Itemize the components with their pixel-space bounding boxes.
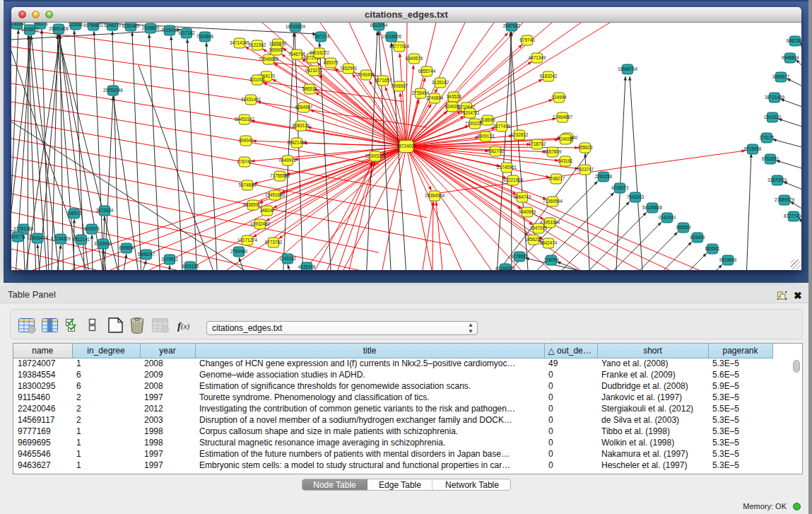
svg-text:0923271: 0923271 bbox=[305, 68, 323, 73]
svg-text:9464743: 9464743 bbox=[514, 194, 531, 199]
svg-text:92221969: 92221969 bbox=[503, 177, 524, 182]
svg-text:5146270: 5146270 bbox=[104, 23, 122, 28]
svg-text:25300273: 25300273 bbox=[365, 153, 386, 158]
svg-text:883561: 883561 bbox=[705, 246, 720, 251]
svg-text:6482366: 6482366 bbox=[787, 38, 801, 43]
svg-text:343524: 343524 bbox=[446, 94, 461, 99]
svg-text:19218506: 19218506 bbox=[382, 34, 402, 39]
svg-text:2260256: 2260256 bbox=[595, 174, 613, 179]
svg-text:318699: 318699 bbox=[480, 117, 495, 122]
svg-text:5030564: 5030564 bbox=[11, 23, 26, 26]
svg-text:7996507: 7996507 bbox=[391, 83, 408, 88]
svg-text:8122362: 8122362 bbox=[249, 42, 266, 47]
svg-text:7824896: 7824896 bbox=[196, 34, 214, 39]
svg-text:13171274: 13171274 bbox=[237, 238, 258, 243]
svg-text:366909: 366909 bbox=[269, 47, 284, 52]
svg-text:0640909: 0640909 bbox=[519, 209, 536, 214]
svg-text:2784980: 2784980 bbox=[230, 249, 248, 254]
svg-text:3699577: 3699577 bbox=[772, 74, 790, 79]
svg-text:15451680: 15451680 bbox=[265, 192, 286, 197]
svg-text:2528809: 2528809 bbox=[142, 25, 160, 30]
svg-text:024994: 024994 bbox=[551, 95, 567, 100]
svg-text:379176: 379176 bbox=[759, 135, 775, 140]
svg-text:54145868: 54145868 bbox=[642, 205, 663, 210]
svg-text:9117182: 9117182 bbox=[178, 30, 196, 35]
svg-text:0142940: 0142940 bbox=[659, 215, 676, 220]
svg-text:1241182: 1241182 bbox=[279, 256, 297, 261]
svg-text:3749894: 3749894 bbox=[426, 95, 444, 100]
svg-text:6855744: 6855744 bbox=[418, 69, 436, 74]
svg-text:348247: 348247 bbox=[259, 208, 275, 213]
svg-text:69784801: 69784801 bbox=[83, 23, 104, 28]
svg-text:8677496: 8677496 bbox=[493, 124, 511, 129]
svg-text:6763201: 6763201 bbox=[762, 156, 779, 161]
svg-text:38721489: 38721489 bbox=[765, 95, 785, 100]
svg-text:1718702: 1718702 bbox=[529, 141, 546, 146]
svg-text:8281489: 8281489 bbox=[122, 23, 140, 28]
svg-text:4216073: 4216073 bbox=[611, 185, 629, 190]
svg-text:0671657: 0671657 bbox=[375, 78, 392, 83]
svg-text:122691: 122691 bbox=[68, 23, 83, 27]
svg-text:20691406: 20691406 bbox=[49, 26, 69, 31]
svg-text:16648764: 16648764 bbox=[618, 66, 638, 71]
svg-text:106513: 106513 bbox=[66, 211, 82, 216]
svg-text:965569: 965569 bbox=[676, 225, 691, 230]
svg-text:(x): (x) bbox=[181, 322, 190, 331]
svg-text:7543303: 7543303 bbox=[627, 194, 645, 199]
svg-text:8425135: 8425135 bbox=[182, 264, 199, 269]
svg-text:4935348: 4935348 bbox=[298, 264, 316, 269]
svg-text:6284987: 6284987 bbox=[295, 105, 313, 110]
svg-text:8842474: 8842474 bbox=[540, 240, 558, 245]
svg-text:455623: 455623 bbox=[577, 145, 593, 150]
svg-text:7662702: 7662702 bbox=[487, 148, 505, 153]
svg-text:6193990: 6193990 bbox=[95, 241, 112, 246]
svg-text:20053346: 20053346 bbox=[103, 88, 124, 93]
svg-text:4471349: 4471349 bbox=[529, 55, 546, 60]
svg-text:34714345: 34714345 bbox=[230, 40, 250, 45]
svg-text:128059: 128059 bbox=[543, 257, 559, 262]
svg-text:500978: 500978 bbox=[84, 226, 100, 231]
svg-text:2687682: 2687682 bbox=[503, 23, 521, 28]
svg-text:87234309: 87234309 bbox=[51, 236, 71, 241]
svg-text:343161: 343161 bbox=[558, 158, 573, 163]
svg-text:0449972: 0449972 bbox=[279, 158, 297, 163]
svg-text:724005: 724005 bbox=[558, 136, 573, 141]
svg-text:10932480: 10932480 bbox=[250, 221, 271, 226]
svg-text:4278680: 4278680 bbox=[511, 254, 529, 259]
svg-text:693406: 693406 bbox=[690, 235, 705, 240]
svg-text:531003: 531003 bbox=[249, 77, 265, 82]
svg-text:8657809: 8657809 bbox=[544, 149, 562, 154]
svg-text:32870831: 32870831 bbox=[767, 177, 788, 182]
svg-text:17464887: 17464887 bbox=[553, 115, 573, 119]
svg-text:8083136: 8083136 bbox=[293, 123, 310, 128]
svg-text:69453147: 69453147 bbox=[235, 117, 255, 122]
svg-text:2735454: 2735454 bbox=[412, 90, 430, 95]
svg-text:16033809: 16033809 bbox=[286, 24, 306, 29]
svg-text:71369594: 71369594 bbox=[543, 199, 563, 204]
svg-text:02606474: 02606474 bbox=[28, 235, 48, 240]
svg-text:71756551: 71756551 bbox=[270, 173, 290, 178]
svg-text:8215958: 8215958 bbox=[744, 146, 762, 151]
svg-text:19384554: 19384554 bbox=[425, 193, 445, 198]
svg-text:70546688: 70546688 bbox=[259, 57, 279, 62]
svg-text:326773: 326773 bbox=[11, 234, 25, 239]
svg-text:465375: 465375 bbox=[323, 60, 339, 65]
svg-text:60385977: 60385977 bbox=[243, 202, 264, 207]
svg-text:18724007: 18724007 bbox=[396, 144, 417, 148]
svg-text:83777014: 83777014 bbox=[389, 44, 410, 49]
svg-text:6773782: 6773782 bbox=[265, 240, 283, 245]
svg-text:1343320: 1343320 bbox=[764, 115, 782, 119]
svg-text:39821465: 39821465 bbox=[287, 140, 307, 145]
svg-text:5674680: 5674680 bbox=[239, 182, 257, 187]
svg-text:31781080: 31781080 bbox=[13, 226, 34, 231]
svg-text:9514846: 9514846 bbox=[719, 257, 737, 262]
svg-text:0812191: 0812191 bbox=[73, 237, 90, 242]
svg-text:278742: 278742 bbox=[237, 159, 252, 164]
svg-text:7015430: 7015430 bbox=[161, 28, 179, 33]
svg-text:21745961: 21745961 bbox=[497, 165, 517, 170]
svg-text:6183242: 6183242 bbox=[540, 74, 558, 78]
svg-text:5346247: 5346247 bbox=[138, 252, 155, 257]
svg-text:7923747: 7923747 bbox=[577, 167, 594, 172]
svg-text:586518: 586518 bbox=[302, 86, 317, 91]
svg-text:9909133: 9909133 bbox=[477, 134, 495, 139]
